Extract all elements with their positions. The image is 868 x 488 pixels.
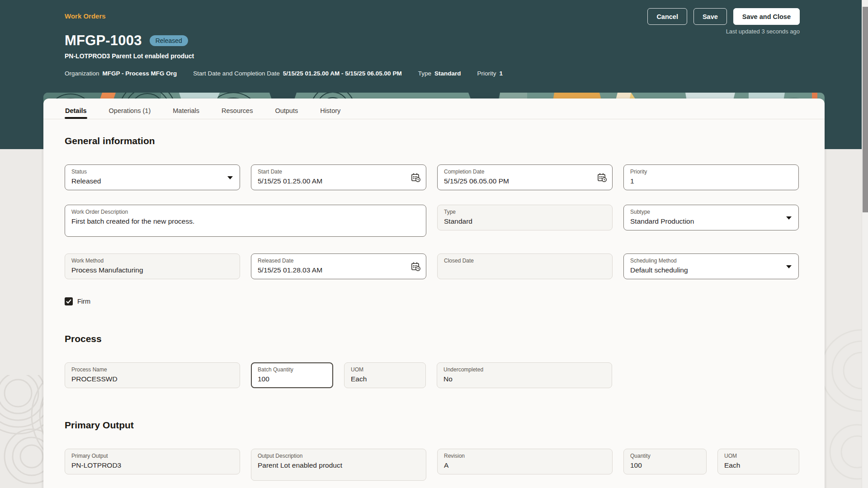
revision-field: Revision A [437,449,613,474]
closed-date-field: Closed Date [437,253,613,279]
save-and-close-button[interactable]: Save and Close [733,8,800,25]
primary-output-field: Primary Output PN-LOTPROD3 [65,449,240,474]
batch-quantity-field-label: Batch Quantity [258,366,326,373]
scheduling-method-field-value: Default scheduling [630,266,792,274]
info-organization: Organization MFGP - Process MFG Org [65,70,177,77]
organization-value: MFGP - Process MFG Org [103,70,177,77]
tab-outputs[interactable]: Outputs [274,103,298,118]
chevron-down-icon[interactable] [786,265,792,268]
header-actions: Cancel Save Save and Close [647,8,800,25]
undercompleted-field-value: No [443,375,605,383]
undercompleted-field-label: Undercompleted [443,366,605,373]
status-select[interactable]: Status Released [65,164,240,190]
tab-materials[interactable]: Materials [172,103,200,118]
info-dates: Start Date and Completion Date 5/15/25 0… [193,70,401,77]
process-uom-field-label: UOM [351,366,419,373]
type-field: Type Standard [437,205,613,230]
process-name-field-label: Process Name [71,366,233,373]
chevron-down-icon[interactable] [227,176,233,179]
process-uom-field: UOM Each [344,362,426,388]
firm-checkbox-row: Firm [65,297,90,305]
background-circles-right [821,316,862,488]
breadcrumb[interactable]: Work Orders [65,12,106,20]
work-method-field-label: Work Method [71,258,233,264]
start-date-field-value: 5/15/25 01.25.00 AM [258,177,420,185]
scheduling-method-select[interactable]: Scheduling Method Default scheduling [623,253,799,279]
output-description-field-label: Output Description [258,453,420,460]
tab-details[interactable]: Details [65,103,87,118]
priority-input[interactable]: Priority 1 [623,164,799,190]
process-row: Process Name PROCESSWD Batch Quantity 10… [65,362,612,388]
work-order-description-input[interactable]: Work Order Description First batch creat… [65,205,426,237]
chevron-down-icon[interactable] [786,216,792,220]
general-information-heading: General information [65,136,155,146]
type-value: Standard [434,70,461,77]
process-heading: Process [65,333,102,344]
completion-date-input[interactable]: Completion Date 5/15/25 06.05.00 PM [437,164,613,190]
released-date-input[interactable]: Released Date 5/15/25 01.28.03 AM [251,253,426,279]
output-quantity-field: Quantity 100 [623,449,707,474]
info-priority: Priority 1 [477,70,503,77]
process-uom-field-value: Each [351,375,419,383]
start-date-field-label: Start Date [258,169,420,175]
dates-value: 5/15/25 01.25.00 AM - 5/15/25 06.05.00 P… [283,70,402,77]
status-badge: Released [150,35,188,46]
output-description-field: Output Description Parent Lot enabled pr… [251,449,426,481]
info-type: Type Standard [418,70,461,77]
tab-resources[interactable]: Resources [221,103,253,118]
primary-output-field-label: Primary Output [71,453,233,460]
organization-label: Organization [65,70,99,77]
tab-history[interactable]: History [320,103,341,118]
scheduling-method-field-label: Scheduling Method [630,258,792,264]
last-updated-text: Last updated 3 seconds ago [726,28,800,35]
type-label: Type [418,70,431,77]
dates-label: Start Date and Completion Date [193,70,279,77]
priority-field-value: 1 [630,177,792,185]
undercompleted-field: Undercompleted No [437,362,612,388]
tab-bar: Details Operations (1) Materials Resourc… [65,102,341,119]
closed-date-field-label: Closed Date [444,258,606,264]
description-field-label: Work Order Description [71,209,420,216]
revision-field-value: A [444,461,606,469]
start-date-input[interactable]: Start Date 5/15/25 01.25.00 AM [251,164,426,190]
save-button[interactable]: Save [693,8,727,25]
type-field-label: Type [444,209,606,216]
tab-divider [43,119,825,119]
firm-checkbox[interactable] [65,297,73,305]
tab-operations[interactable]: Operations (1) [108,103,151,118]
output-description-field-value: Parent Lot enabled product [258,461,420,469]
content-card: Details Operations (1) Materials Resourc… [43,99,825,488]
completion-date-field-label: Completion Date [444,169,606,175]
batch-quantity-input[interactable]: Batch Quantity 100 [251,362,333,388]
datetime-picker-icon[interactable] [411,262,421,272]
priority-field-label: Priority [630,169,792,175]
work-method-field-value: Process Manufacturing [71,266,233,274]
completion-date-field-value: 5/15/25 06.05.00 PM [444,177,606,185]
priority-value: 1 [499,70,503,77]
output-quantity-field-label: Quantity [630,453,700,460]
status-field-label: Status [71,169,233,175]
description-field-value: First batch created for the new process. [71,217,420,225]
vertical-scrollbar[interactable] [862,0,868,488]
primary-output-field-value: PN-LOTPROD3 [71,461,233,469]
firm-checkbox-label: Firm [77,298,90,305]
general-row-2: Work Order Description First batch creat… [65,205,799,237]
process-name-field: Process Name PROCESSWD [65,362,240,388]
header-info-row: Organization MFGP - Process MFG Org Star… [65,70,503,77]
released-date-field-value: 5/15/25 01.28.03 AM [258,266,420,274]
cancel-button[interactable]: Cancel [647,8,687,25]
title-row: MFGP-1003 Released [65,33,188,49]
status-field-value: Released [71,177,233,185]
general-row-1: Status Released Start Date 5/15/25 01.25… [65,164,799,190]
page-subtitle: PN-LOTPROD3 Parent Lot enabled product [65,52,194,60]
process-name-field-value: PROCESSWD [71,375,233,383]
subtype-select[interactable]: Subtype Standard Production [623,205,799,230]
datetime-picker-icon[interactable] [411,173,421,183]
subtype-field-label: Subtype [630,209,792,216]
datetime-picker-icon[interactable] [597,173,607,183]
priority-label: Priority [477,70,496,77]
output-quantity-field-value: 100 [630,461,700,469]
work-method-field: Work Method Process Manufacturing [65,253,240,279]
general-row-3: Work Method Process Manufacturing Releas… [65,253,799,279]
scrollbar-thumb[interactable] [863,7,868,212]
